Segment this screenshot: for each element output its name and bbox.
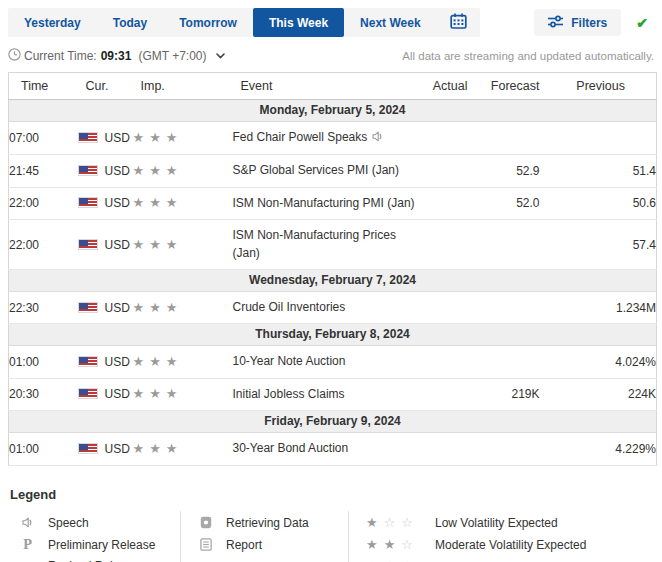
chevron-down-icon[interactable]	[216, 53, 225, 59]
event-time: 01:00	[9, 346, 78, 378]
event-currency-cell: USD	[78, 122, 133, 155]
event-currency-cell: USD	[78, 433, 133, 465]
star-filled-icon: ★	[149, 386, 161, 401]
event-name[interactable]: 30-Year Bond Auction	[233, 441, 349, 455]
col-header-importance: Imp.	[133, 73, 233, 100]
us-flag-icon	[78, 197, 98, 208]
calendar-table-body: Monday, February 5, 202407:00USD★★★Fed C…	[9, 100, 657, 466]
star-outline-icon: ☆	[401, 515, 413, 530]
star-filled-icon: ★	[149, 130, 161, 145]
current-time-control[interactable]: Current Time:09:31 (GMT +7:00)	[8, 48, 225, 64]
forecast-value: 219K	[468, 378, 540, 410]
legend-label[interactable]: Revised Release	[48, 559, 139, 562]
star-filled-icon: ★	[384, 537, 396, 552]
event-row[interactable]: 22:30USD★★★Crude Oil Inventories1.234M	[9, 291, 657, 323]
clock-icon	[8, 48, 21, 64]
importance-stars: ★★★	[133, 378, 233, 410]
tab-today[interactable]: Today	[97, 8, 163, 37]
star-filled-icon: ★	[384, 559, 396, 562]
col-header-currency: Cur.	[78, 73, 133, 100]
star-filled-icon: ★	[133, 163, 145, 178]
importance-stars: ★★★	[133, 122, 233, 155]
star-filled-icon: ★	[166, 354, 178, 369]
calendar-icon	[450, 13, 467, 32]
star-filled-icon: ★	[149, 237, 161, 252]
legend-item: Speech	[20, 512, 180, 534]
tab-this-week[interactable]: This Week	[253, 8, 344, 37]
star-filled-icon: ★	[133, 300, 145, 315]
event-row[interactable]: 21:45USD★★★S&P Global Services PMI (Jan)…	[9, 155, 657, 187]
event-name[interactable]: ISM Non-Manufacturing Prices (Jan)	[233, 228, 396, 259]
legend-item: PPreliminary Release	[20, 534, 180, 556]
us-flag-icon	[78, 356, 98, 367]
event-row[interactable]: 07:00USD★★★Fed Chair Powell Speaks	[9, 122, 657, 155]
toolbar-right: Filters ✔	[534, 9, 656, 36]
currency-code: USD	[105, 196, 130, 210]
legend-volatility-item: ★★☆Moderate Volatility Expected	[366, 534, 586, 556]
currency-code: USD	[105, 301, 130, 315]
event-currency-cell: USD	[78, 291, 133, 323]
actual-value	[426, 122, 468, 155]
star-filled-icon: ★	[366, 537, 378, 552]
event-name[interactable]: Initial Jobless Claims	[233, 387, 345, 401]
check-icon[interactable]: ✔	[636, 16, 648, 30]
legend-volatility-item: ★★★High Volatility Expected	[366, 556, 586, 562]
status-row: Current Time:09:31 (GMT +7:00) All data …	[8, 48, 654, 64]
event-time: 22:30	[9, 291, 78, 323]
legend-item: Report	[198, 534, 348, 556]
timezone-label: (GMT +7:00)	[138, 49, 206, 63]
star-filled-icon: ★	[166, 130, 178, 145]
p-icon: P	[20, 538, 35, 552]
actual-value	[426, 220, 468, 270]
event-time: 07:00	[9, 122, 78, 155]
event-name[interactable]: ISM Non-Manufacturing PMI (Jan)	[233, 196, 415, 210]
legend-item: Retrieving Data	[198, 512, 348, 534]
event-currency-cell: USD	[78, 187, 133, 219]
legend-columns: SpeechPPreliminary ReleaseRevised Releas…	[8, 511, 656, 562]
star-filled-icon: ★	[149, 163, 161, 178]
event-row[interactable]: 20:30USD★★★Initial Jobless Claims219K224…	[9, 378, 657, 410]
event-name[interactable]: Crude Oil Inventories	[233, 300, 346, 314]
event-name[interactable]: S&P Global Services PMI (Jan)	[233, 163, 400, 177]
event-row[interactable]: 22:00USD★★★ISM Non-Manufacturing PMI (Ja…	[9, 187, 657, 219]
legend-label: Report	[226, 538, 262, 552]
currency-code: USD	[105, 238, 130, 252]
day-header-label: Friday, February 9, 2024	[9, 411, 657, 433]
streaming-note: All data are streaming and updated autom…	[402, 50, 654, 62]
legend-title: Legend	[10, 487, 656, 502]
star-filled-icon: ★	[149, 195, 161, 210]
previous-value: 51.4	[540, 155, 657, 187]
star-filled-icon: ★	[133, 130, 145, 145]
event-time: 20:30	[9, 378, 78, 410]
event-name[interactable]: 10-Year Note Auction	[233, 354, 346, 368]
event-row[interactable]: 22:00USD★★★ISM Non-Manufacturing Prices …	[9, 220, 657, 270]
legend-label: Speech	[48, 516, 89, 530]
toolbar: YesterdayTodayTomorrowThis WeekNext Week	[8, 8, 656, 37]
previous-value: 224K	[540, 378, 657, 410]
legend-column-report-types: Retrieving DataReport	[180, 511, 348, 562]
tab-tomorrow[interactable]: Tomorrow	[163, 8, 253, 37]
tab-next-week[interactable]: Next Week	[344, 8, 436, 37]
actual-value	[426, 346, 468, 378]
event-name[interactable]: Fed Chair Powell Speaks	[233, 130, 368, 144]
star-filled-icon: ★	[166, 163, 178, 178]
filters-button[interactable]: Filters	[534, 9, 621, 36]
star-filled-icon: ★	[133, 386, 145, 401]
tab-yesterday[interactable]: Yesterday	[8, 8, 97, 37]
day-header-label: Thursday, February 8, 2024	[9, 324, 657, 346]
actual-value	[426, 187, 468, 219]
calendar-icon-button[interactable]	[437, 8, 480, 37]
previous-value: 4.229%	[540, 433, 657, 465]
volatility-stars: ★★☆	[366, 538, 419, 552]
legend-label: Moderate Volatility Expected	[435, 538, 586, 552]
actual-value	[426, 155, 468, 187]
legend-column-release-types: SpeechPPreliminary ReleaseRevised Releas…	[8, 511, 180, 562]
day-header-row: Monday, February 5, 2024	[9, 100, 657, 122]
importance-stars: ★★★	[133, 433, 233, 465]
event-row[interactable]: 01:00USD★★★30-Year Bond Auction4.229%	[9, 433, 657, 465]
event-currency-cell: USD	[78, 155, 133, 187]
col-header-event: Event	[233, 73, 426, 100]
event-row[interactable]: 01:00USD★★★10-Year Note Auction4.024%	[9, 346, 657, 378]
star-filled-icon: ★	[166, 195, 178, 210]
star-filled-icon: ★	[133, 354, 145, 369]
